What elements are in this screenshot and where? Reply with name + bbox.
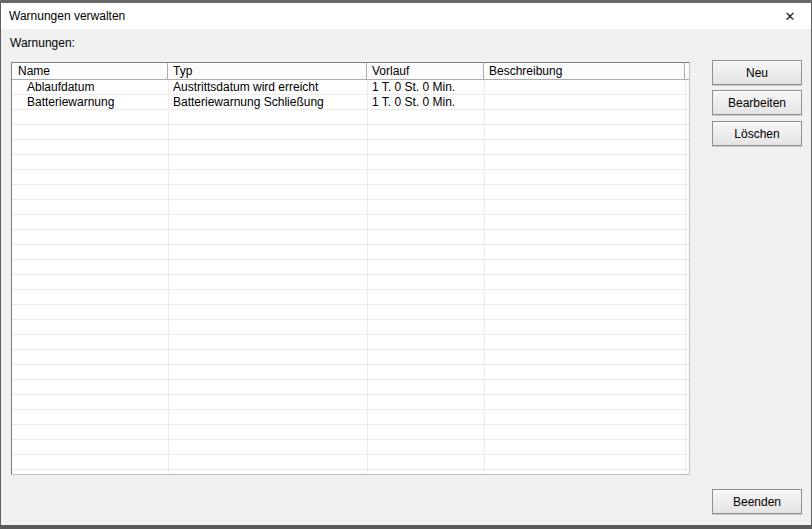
bearbeiten-button[interactable]: Bearbeiten — [712, 90, 802, 115]
column-header-typ[interactable]: Typ — [168, 63, 367, 80]
cell-name: Batteriewarnung — [12, 95, 168, 110]
close-button[interactable]: ✕ — [773, 3, 807, 29]
close-icon: ✕ — [785, 9, 796, 24]
table-row[interactable]: Ablaufdatum Austrittsdatum wird erreicht… — [12, 80, 689, 95]
table-row[interactable]: Batteriewarnung Batteriewarnung Schließu… — [12, 95, 689, 110]
cell-beschreibung — [484, 80, 685, 95]
warnings-table[interactable]: Name Typ Vorlauf Beschreibung Ablaufdatu… — [11, 62, 690, 475]
loeschen-button[interactable]: Löschen — [712, 121, 802, 146]
title-bar: Warnungen verwalten ✕ — [1, 3, 811, 29]
column-header-stub — [685, 63, 689, 80]
column-header-beschreibung[interactable]: Beschreibung — [484, 63, 685, 80]
background-window-bottom-strip — [0, 525, 812, 529]
cell-beschreibung — [484, 95, 685, 110]
cell-vorlauf: 1 T. 0 St. 0 Min. — [367, 80, 484, 95]
warnings-label: Warnungen: — [10, 36, 75, 50]
window-title: Warnungen verwalten — [1, 9, 125, 23]
table-body[interactable]: Ablaufdatum Austrittsdatum wird erreicht… — [12, 80, 689, 474]
grid-line-vertical — [367, 80, 368, 474]
neu-button[interactable]: Neu — [712, 60, 802, 85]
grid-line-vertical — [484, 80, 485, 474]
cell-vorlauf: 1 T. 0 St. 0 Min. — [367, 95, 484, 110]
cell-typ: Batteriewarnung Schließung — [168, 95, 367, 110]
cell-name: Ablaufdatum — [12, 80, 168, 95]
column-header-vorlauf[interactable]: Vorlauf — [367, 63, 484, 80]
dialog-warnungen-verwalten: Warnungen verwalten ✕ Warnungen: Name Ty… — [0, 0, 812, 529]
table-header: Name Typ Vorlauf Beschreibung — [12, 63, 689, 80]
beenden-button[interactable]: Beenden — [712, 489, 802, 514]
column-header-name[interactable]: Name — [12, 63, 168, 80]
cell-typ: Austrittsdatum wird erreicht — [168, 80, 367, 95]
grid-line-vertical — [168, 80, 169, 474]
grid-line-vertical — [685, 80, 686, 474]
